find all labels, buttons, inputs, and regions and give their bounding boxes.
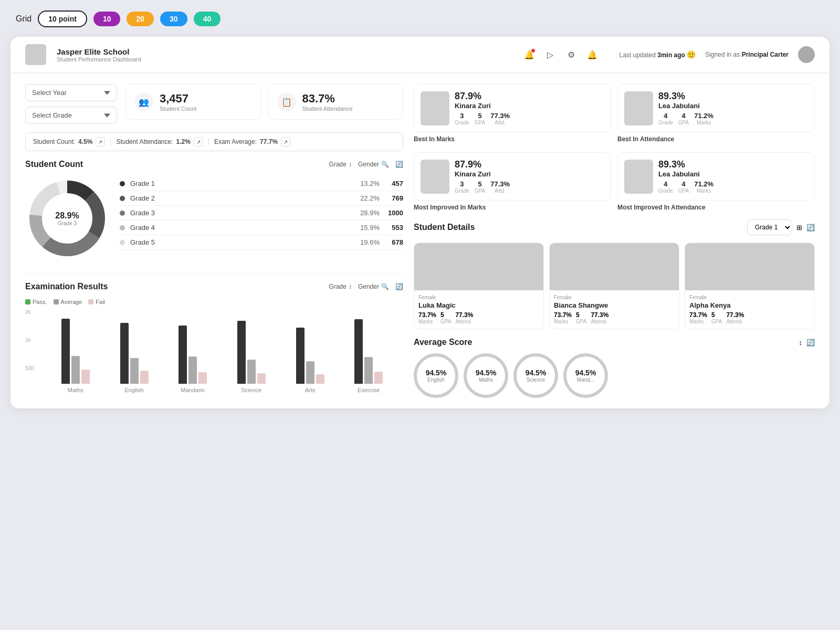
exam-grade-sort[interactable]: Grade ↕ xyxy=(329,283,352,290)
donut-label: 28.9% Grade 3 xyxy=(55,211,79,226)
filter-group: Select Year Select Grade xyxy=(25,84,117,124)
grid-badge-10point[interactable]: 10 point xyxy=(38,10,87,27)
signed-in-text: Signed in as Principal Carter xyxy=(705,51,789,58)
student-0-info: Female Luka Magic 73.7% Marks 5 GPA xyxy=(414,290,543,329)
last-updated-text: Last updated 3min ago 🙂 xyxy=(619,50,696,59)
grade-3-dot xyxy=(120,211,125,216)
imp-attd-grade: 4 Grade xyxy=(658,180,673,194)
bar-group-maths: Maths xyxy=(46,319,105,393)
gear-icon[interactable]: ⚙ xyxy=(565,49,577,60)
count-arrow[interactable]: ↗ xyxy=(96,137,105,146)
bar-chart: Maths English Mandarin Science xyxy=(41,309,403,393)
play-icon[interactable]: ▷ xyxy=(544,49,556,60)
school-info: Jasper Elite School Student Performance … xyxy=(57,47,513,62)
grid-badge-20[interactable]: 20 xyxy=(127,12,154,26)
improved-attendance-label: Most Improved In Attendance xyxy=(617,204,815,211)
legend-average: Average xyxy=(54,299,82,305)
student-details-refresh[interactable]: 🔄 xyxy=(806,224,815,232)
y-axis: 2k 1k 500 xyxy=(25,309,34,393)
grade-list: Grade 1 13.2% 457 Grade 2 22.2% 769 Grad… xyxy=(120,176,403,260)
user-avatar[interactable] xyxy=(798,46,815,63)
avg-score-header: Average Score ↕ 🔄 xyxy=(414,338,815,347)
bar-pass-3 xyxy=(237,321,246,384)
main-dashboard: Jasper Elite School Student Performance … xyxy=(10,37,830,408)
student-count-title: Student Count xyxy=(25,160,83,169)
school-name: Jasper Elite School xyxy=(57,47,513,56)
student-2-stats: 73.7% Marks 5 GPA 77.3% Attend. xyxy=(689,311,810,324)
avg-circle-1: 94.5% Maths xyxy=(464,353,508,398)
exam-results-title: Examination Results xyxy=(25,282,108,291)
bar-avg-2 xyxy=(188,356,197,384)
student-2-info: Female Alpha Kenya 73.7% Marks 5 GPA xyxy=(685,290,814,329)
exam-results-section: Examination Results Grade ↕ Gender 🔍 🔄 xyxy=(25,273,403,393)
student-count-section-header: Student Count Grade ↕ Gender 🔍 🔄 xyxy=(25,160,403,169)
best-marks-grade: 3 Grade xyxy=(455,112,469,125)
legend-fail: Fail xyxy=(88,299,105,305)
attendance-arrow[interactable]: ↗ xyxy=(194,137,203,146)
student-2-marks: 73.7% Marks xyxy=(689,311,707,324)
improved-marks-photo xyxy=(421,160,449,194)
count-change: Student Count: 4.5% ↗ xyxy=(33,137,105,146)
student-1-stats: 73.7% Marks 5 GPA 77.3% Attend. xyxy=(554,311,675,324)
attendance-change: Student Attendance: 1.2% ↗ xyxy=(110,137,203,146)
improved-attd-stats: 4 Grade 4 GPA 71.2% Marks xyxy=(658,180,713,194)
refresh-button[interactable]: 🔄 xyxy=(395,161,403,168)
bar-label-3: Science xyxy=(241,387,261,393)
bar-fail-1 xyxy=(140,371,149,384)
bar-group-science: Science xyxy=(222,321,281,393)
grid-badge-30[interactable]: 30 xyxy=(160,12,187,26)
best-marks-info: 87.9% Kinara Zuri 3 Grade 5 GPA xyxy=(455,91,510,125)
improved-marks-stats: 3 Grade 5 GPA 77.3% Attd. xyxy=(455,180,510,194)
imp-marks-gpa: 5 GPA xyxy=(475,180,485,194)
bar-fail-0 xyxy=(81,370,90,384)
year-select[interactable]: Select Year xyxy=(25,84,117,101)
avg-score-section: Average Score ↕ 🔄 94.5% English 94.5% Ma… xyxy=(414,338,815,398)
notification-icon[interactable]: 🔔 xyxy=(523,49,535,60)
grid-label: Grid xyxy=(16,14,32,24)
avg-circles: 94.5% English 94.5% Maths 94.5% Science … xyxy=(414,353,815,398)
attendance-icon: 📋 xyxy=(277,92,296,111)
student-0-marks: 73.7% Marks xyxy=(418,311,436,324)
avg-sort[interactable]: ↕ xyxy=(799,339,803,346)
performer-best-attendance: 89.3% Lea Jabulani 4 Grade 4 GPA xyxy=(617,84,815,132)
grade-2-dot xyxy=(120,196,125,201)
content-area: Select Year Select Grade 👥 3,457 Student… xyxy=(10,74,830,408)
improved-marks-label: Most Improved In Marks xyxy=(414,204,611,211)
gender-filter-button[interactable]: Gender 🔍 xyxy=(358,161,389,168)
exam-gender-filter[interactable]: Gender 🔍 xyxy=(358,283,389,290)
student-grade-select[interactable]: Grade 1 xyxy=(747,219,792,235)
grade-5-dot xyxy=(120,240,125,245)
alert-icon[interactable]: 🔔 xyxy=(586,49,598,60)
grade-4-dot xyxy=(120,225,125,230)
attendance-card: 📋 83.7% Student Attendance xyxy=(268,84,404,120)
header-icons: 🔔 ▷ ⚙ 🔔 xyxy=(523,49,598,60)
exam-refresh[interactable]: 🔄 xyxy=(395,283,403,290)
avg-score-title: Average Score xyxy=(414,338,472,347)
student-count-card: 👥 3,457 Student Count xyxy=(125,84,261,120)
best-marks-attd: 77.3% Attd. xyxy=(490,112,510,125)
student-card-0: Female Luka Magic 73.7% Marks 5 GPA xyxy=(414,243,544,329)
best-marks-stats: 3 Grade 5 GPA 77.3% Attd. xyxy=(455,112,510,125)
exam-arrow[interactable]: ↗ xyxy=(281,137,290,146)
student-0-attd: 77.3% Attend. xyxy=(455,311,473,324)
bar-chart-container: 2k 1k 500 Maths En xyxy=(25,309,403,393)
legend-average-dot xyxy=(54,299,59,304)
best-marks-photo xyxy=(421,91,449,125)
right-panel: 87.9% Kinara Zuri 3 Grade 5 GPA xyxy=(414,84,815,398)
student-details-header: Student Details Grade 1 ⊞ 🔄 xyxy=(414,219,815,235)
grade-sort-button[interactable]: Grade ↕ xyxy=(329,161,352,168)
grade-select-filter[interactable]: Select Grade xyxy=(25,107,117,124)
avg-refresh[interactable]: 🔄 xyxy=(806,339,815,346)
student-details-layout[interactable]: ⊞ xyxy=(796,224,802,232)
grid-badge-40[interactable]: 40 xyxy=(194,12,221,26)
improved-attendance-photo xyxy=(624,160,653,194)
grid-badge-10[interactable]: 10 xyxy=(93,12,121,26)
imp-attd-gpa: 4 GPA xyxy=(678,180,689,194)
header-meta: Last updated 3min ago 🙂 Signed in as Pri… xyxy=(619,46,815,63)
grade-row-1: Grade 1 13.2% 457 xyxy=(120,176,403,191)
student-cards: Female Luka Magic 73.7% Marks 5 GPA xyxy=(414,243,815,329)
imp-marks-grade: 3 Grade xyxy=(455,180,469,194)
bar-label-1: English xyxy=(124,387,143,393)
notification-dot xyxy=(531,49,535,52)
best-marks-gpa: 5 GPA xyxy=(475,112,485,125)
